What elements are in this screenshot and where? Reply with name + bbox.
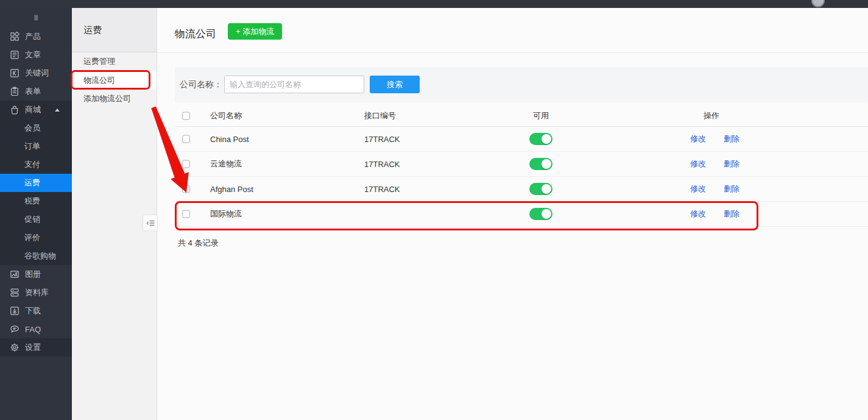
- row-checkbox[interactable]: [182, 210, 190, 218]
- sidebar-item-label: 表单: [25, 86, 41, 97]
- submenu-item-freight-management[interactable]: 运费管理: [72, 52, 157, 71]
- company-name: 云途物流: [210, 158, 242, 169]
- library-icon: [10, 288, 19, 297]
- company-name-label: 公司名称：: [180, 79, 222, 90]
- sidebar-item-articles[interactable]: 文章: [0, 46, 72, 64]
- submenu-item-label: 添加物流公司: [83, 93, 131, 104]
- interface-code: 17TRACK: [364, 185, 400, 194]
- edit-link[interactable]: 修改: [690, 183, 706, 194]
- sidebar-subitem-label: 评价: [24, 232, 40, 243]
- sidebar-item-label: 产品: [25, 31, 41, 42]
- company-name-input[interactable]: [224, 76, 364, 93]
- submenu-item-label: 物流公司: [83, 75, 115, 86]
- delete-link[interactable]: 删除: [724, 183, 739, 194]
- sidebar-subitem-label: 谷歌购物: [24, 251, 56, 262]
- available-toggle[interactable]: [529, 158, 552, 170]
- sidebar-item-label: 设置: [25, 342, 41, 353]
- sidebar-subitem-payment[interactable]: 支付: [0, 155, 72, 174]
- grip-icon: [31, 13, 41, 23]
- available-toggle[interactable]: [529, 183, 552, 195]
- sidebar-item-library[interactable]: 资料库: [0, 283, 72, 302]
- column-header-actions: 操作: [704, 110, 719, 121]
- table-row: China Post 17TRACK 修改 删除: [175, 127, 868, 152]
- company-name: China Post: [210, 135, 249, 144]
- submenu-item-logistics-companies[interactable]: 物流公司: [72, 71, 157, 90]
- sidebar-item-forms[interactable]: 表单: [0, 82, 72, 101]
- keywords-icon: [10, 68, 19, 78]
- submenu-item-label: 运费管理: [83, 56, 115, 67]
- sidebar-subitem-google-shopping[interactable]: 谷歌购物: [0, 247, 72, 265]
- company-name: 国际物流: [210, 208, 242, 219]
- sidebar-item-keywords[interactable]: 关键词: [0, 64, 72, 82]
- sidebar-item-products[interactable]: 产品: [0, 27, 72, 46]
- header-divider: [157, 52, 868, 53]
- forms-icon: [10, 87, 19, 96]
- logistics-table: 公司名称 接口编号 可用 操作 China Post 17TRACK 修改 删除…: [175, 105, 868, 227]
- sidebar-item-albums[interactable]: 图册: [0, 265, 72, 283]
- table-header-row: 公司名称 接口编号 可用 操作: [175, 105, 868, 127]
- sidebar-item-mall[interactable]: 商城: [0, 101, 72, 119]
- row-checkbox[interactable]: [182, 135, 190, 143]
- records-total: 共 4 条记录: [178, 238, 218, 249]
- menu-fold-icon: [146, 218, 155, 228]
- column-header-name: 公司名称: [210, 110, 242, 121]
- edit-link[interactable]: 修改: [690, 158, 706, 169]
- submenu-item-add-logistics-company[interactable]: 添加物流公司: [72, 90, 157, 108]
- delete-link[interactable]: 删除: [724, 158, 739, 169]
- sidebar-collapse-grip[interactable]: [0, 8, 72, 27]
- sidebar-item-label: 资料库: [25, 287, 49, 298]
- row-checkbox[interactable]: [182, 185, 190, 193]
- submenu-title: 运费: [72, 8, 157, 52]
- main-content: 物流公司 + 添加物流 公司名称： 搜索 公司名称 接口编号 可用 操作 Chi…: [157, 8, 868, 420]
- download-icon: [10, 306, 19, 316]
- delete-link[interactable]: 删除: [724, 208, 739, 219]
- sidebar-subitem-label: 运费: [24, 177, 40, 188]
- album-icon: [10, 269, 19, 279]
- sidebar-subitem-reviews[interactable]: 评价: [0, 229, 72, 247]
- shipping-submenu-panel: 运费 运费管理 物流公司 添加物流公司: [72, 8, 157, 420]
- delete-link[interactable]: 删除: [724, 133, 739, 144]
- top-bar: [0, 0, 868, 8]
- column-header-available: 可用: [523, 110, 559, 121]
- sidebar-item-label: 商城: [25, 104, 41, 115]
- edit-link[interactable]: 修改: [690, 133, 706, 144]
- user-avatar[interactable]: [811, 0, 825, 7]
- search-bar: 公司名称： 搜索: [175, 67, 868, 102]
- panel-collapse-button[interactable]: [143, 215, 158, 231]
- sidebar-subitem-orders[interactable]: 订单: [0, 137, 72, 155]
- add-logistics-button[interactable]: + 添加物流: [228, 23, 282, 40]
- sidebar-subitem-members[interactable]: 会员: [0, 119, 72, 137]
- search-button[interactable]: 搜索: [370, 76, 420, 93]
- page-title: 物流公司: [175, 27, 216, 41]
- table-row: 云途物流 17TRACK 修改 删除: [175, 152, 868, 177]
- app-window: 产品 文章 关键词 表单 商城 会员 订单 支付 运费 税费 促销 评价 谷歌购…: [0, 0, 868, 420]
- sidebar-subitem-shipping-active[interactable]: 运费: [0, 174, 72, 192]
- sidebar-subitem-label: 税费: [24, 196, 40, 207]
- products-grid-icon: [10, 32, 19, 41]
- toggle-knob: [542, 209, 551, 219]
- sidebar-item-label: 图册: [25, 269, 41, 280]
- company-name: Afghan Post: [210, 185, 253, 194]
- sidebar-subitem-tax[interactable]: 税费: [0, 192, 72, 210]
- mall-bag-icon: [10, 105, 19, 115]
- interface-code: 17TRACK: [364, 160, 400, 169]
- available-toggle[interactable]: [529, 208, 552, 220]
- faq-bubble-icon: [10, 324, 19, 334]
- sidebar-item-faq[interactable]: FAQ: [0, 320, 72, 338]
- sidebar-subitem-promotion[interactable]: 促销: [0, 210, 72, 229]
- sidebar-subitem-label: 会员: [24, 123, 40, 133]
- sidebar-subitem-label: 支付: [24, 159, 40, 170]
- table-row: Afghan Post 17TRACK 修改 删除: [175, 177, 868, 202]
- toggle-knob: [542, 134, 551, 144]
- select-all-checkbox[interactable]: [182, 112, 190, 119]
- primary-sidebar: 产品 文章 关键词 表单 商城 会员 订单 支付 运费 税费 促销 评价 谷歌购…: [0, 8, 72, 420]
- sidebar-item-downloads[interactable]: 下载: [0, 302, 72, 320]
- chevron-up-icon: [55, 109, 60, 112]
- available-toggle[interactable]: [529, 133, 552, 145]
- edit-link[interactable]: 修改: [690, 208, 706, 219]
- sidebar-item-settings[interactable]: 设置: [0, 338, 72, 357]
- row-checkbox[interactable]: [182, 160, 190, 168]
- sidebar-item-label: 关键词: [25, 68, 49, 79]
- articles-icon: [10, 50, 19, 60]
- sidebar-item-label: 文章: [25, 49, 41, 60]
